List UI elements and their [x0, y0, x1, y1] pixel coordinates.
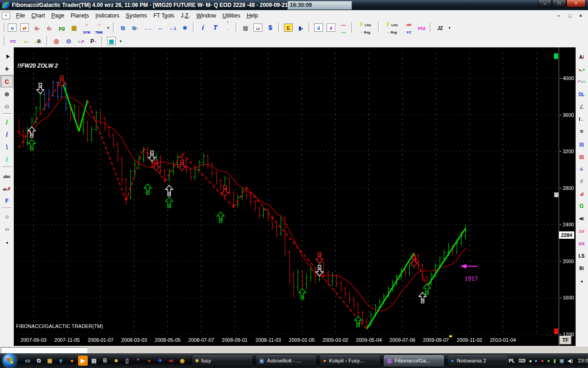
crosshair-tool[interactable]: + [0, 63, 13, 75]
toolbar-drag-handle[interactable] [2, 36, 4, 46]
sym-button[interactable]: ↓↑SYM [80, 22, 93, 34]
time-button[interactable]: ↓↑TIME [93, 22, 105, 34]
quick-app-b[interactable]: B [100, 356, 110, 366]
scroll-top-marker[interactable] [554, 53, 558, 59]
scrollbar-thumb[interactable] [1, 347, 87, 353]
pen-blue-tool[interactable]: / [0, 128, 13, 141]
start-button[interactable] [3, 354, 17, 368]
mdi-restore-button[interactable]: □ [566, 13, 573, 18]
chart-window-purple-button[interactable]: ıl [325, 22, 337, 34]
grid-settings-button[interactable]: ▦ [105, 35, 118, 47]
tray-app-shield[interactable]: ● [541, 358, 544, 363]
tray-app-blue[interactable]: ● [534, 358, 537, 363]
menu-item-help[interactable]: Help [243, 11, 261, 21]
quick-bird-app[interactable]: ✈ [155, 356, 165, 366]
trend-arrows-tool[interactable]: ↘↗ [575, 63, 588, 75]
task-notowania[interactable]: ●Notowania 2 [447, 355, 509, 367]
quick-color-app[interactable]: * [133, 356, 143, 366]
text-abc-tool[interactable]: abc [0, 169, 13, 182]
hlines-tool[interactable]: ≡ [575, 125, 588, 137]
planet-dots-button[interactable]: ●∙∙ [20, 35, 32, 47]
bi-tool[interactable]: Bi [575, 261, 588, 274]
pen-blue-down-tool[interactable]: \ [0, 141, 13, 153]
tray-power[interactable]: ▮ [553, 358, 556, 364]
jz-button[interactable]: JZ [434, 22, 447, 34]
arcs-tool[interactable]: ◠◠ [575, 75, 588, 87]
hp-fz-button[interactable]: HPFZ [403, 22, 415, 34]
task-fibonacci[interactable]: ▦Fibonacci/Ga... [383, 355, 445, 367]
ellipse-tool[interactable]: ○ [0, 223, 13, 235]
zoom-out-tool[interactable]: ⊖ [0, 100, 13, 112]
tray-network[interactable]: ▣ [560, 358, 564, 364]
quick-window-switcher[interactable]: ⧉ [34, 356, 44, 366]
trend-curves-button[interactable]: ≈↗ [75, 35, 87, 47]
candle-style-button[interactable]: ▮▾ [294, 22, 307, 34]
menu-item-fttools[interactable]: FT Tools [150, 11, 178, 21]
restore-button[interactable]: □ [552, 0, 566, 7]
quick-firefox[interactable]: ● [67, 356, 77, 366]
pen-green-tool[interactable]: / [0, 116, 13, 128]
close-button[interactable]: × [566, 0, 586, 7]
splitter-handle[interactable] [554, 192, 559, 197]
andrews-a-tool[interactable]: A/ [575, 50, 588, 63]
cascade-windows-button[interactable]: ⧉ [117, 22, 129, 34]
text-tool-button[interactable]: T [209, 22, 221, 34]
quick-internet-explorer[interactable]: e [56, 356, 66, 366]
expand-scale-button[interactable]: ↔ [154, 22, 166, 34]
mdi-system-menu-icon[interactable]: ≈ [2, 12, 10, 19]
task-fusy[interactable]: ■fusy [192, 355, 253, 367]
fhz-button[interactable]: FhZ [415, 22, 428, 34]
dl-tool[interactable]: DL [575, 87, 588, 100]
g9-tool[interactable]: G9 [575, 224, 588, 236]
triangle-tool[interactable]: ⊿ [575, 187, 588, 199]
parallel-lines-tool[interactable]: // [575, 174, 588, 187]
taskbar-clock[interactable]: 23:06 [578, 358, 588, 363]
tray-keyboard[interactable]: ⌨ [518, 358, 526, 364]
chart-plot[interactable]: 111112221333321322119172007-09-032007-11… [15, 51, 559, 345]
magnet-tool[interactable]: C [0, 75, 13, 87]
fibonacci-f-tool[interactable]: F [0, 194, 13, 207]
menu-item-file[interactable]: File [13, 11, 28, 21]
p-curve-button[interactable]: P~ [87, 35, 100, 47]
target-button[interactable]: ◎ [50, 35, 62, 47]
circle-tool[interactable]: ○ [0, 210, 13, 223]
tray-app-clock[interactable]: ● [547, 358, 550, 363]
gann-g-tool[interactable]: G [575, 199, 588, 212]
menu-item-systems[interactable]: Systems [123, 11, 150, 21]
planet-waves-button[interactable]: ≈≈ [6, 35, 20, 47]
live-range-red-button[interactable]: F Live∙∙∙ Rng [355, 22, 376, 34]
mini-chart-tool[interactable]: ıl▪ [575, 162, 588, 174]
tray-volume[interactable]: ◀) [567, 358, 573, 364]
quick-explorer[interactable]: ▣ [45, 356, 55, 366]
print-button[interactable]: ▤ [239, 22, 252, 34]
quick-show-desktop[interactable]: ▭ [23, 356, 33, 366]
vlines-red-tool[interactable]: |||| [575, 150, 588, 162]
pen-cyan-tool[interactable]: / [0, 153, 13, 166]
pg-button[interactable]: pg [56, 22, 68, 34]
live-range-blue-button[interactable]: F Live∙∙∙ Rng [382, 22, 403, 34]
quick-folder[interactable]: ■ [111, 356, 121, 366]
jz-dropdown[interactable]: ▾ [447, 22, 452, 34]
menu-item-utilities[interactable]: Utilities [219, 11, 243, 21]
quick-notepad[interactable]: ▤ [89, 356, 99, 366]
new-page-button[interactable]: N [6, 22, 18, 34]
quick-red-app[interactable]: ● [144, 356, 154, 366]
menu-item-page[interactable]: Page [48, 11, 68, 21]
quick-recycle[interactable]: ▯ [122, 356, 132, 366]
leftbar-overflow[interactable]: ◂ [0, 235, 13, 247]
task-kokpit[interactable]: ●Kokpit ‹ Fusy... [319, 355, 381, 367]
traffic-light-button[interactable]: ●●● [221, 22, 234, 34]
zoom-in-tool[interactable]: ⊕ [0, 87, 13, 100]
quick-ns-app[interactable]: NS [166, 356, 176, 366]
timeframe-button[interactable]: TF [560, 336, 571, 345]
annotate-i-button[interactable]: i [197, 22, 209, 34]
planet-r-button[interactable]: ●R∙ [32, 35, 45, 47]
scale-one-button[interactable]: ↔1 [166, 22, 179, 34]
mdi-close-button[interactable]: × [577, 13, 584, 18]
title-bar[interactable]: Fibonacci/Galactic Trader(TM) 4.00 wrz 2… [0, 0, 588, 10]
scroll-bottom-marker[interactable] [554, 328, 558, 334]
task-astroelliott[interactable]: ▣Astroelliott - ... [255, 355, 317, 367]
compress-scale-button[interactable]: →← [141, 22, 154, 34]
rightbar-overflow[interactable]: ◂ [575, 274, 588, 286]
angle-tool[interactable]: ∠ [575, 100, 588, 112]
